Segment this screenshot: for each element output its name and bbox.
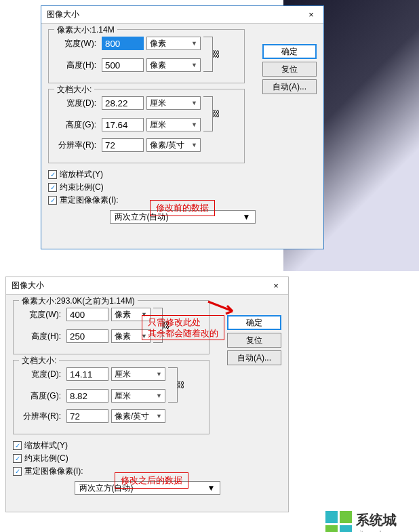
logo-text-sub: xitongcheng.com	[356, 529, 412, 532]
width-unit-select[interactable]: 像素▼	[146, 37, 201, 50]
chevron-down-icon: ▼	[156, 371, 162, 377]
link-bracket: ⛓	[168, 367, 178, 403]
doc-width-input[interactable]	[102, 96, 144, 110]
width-label: 宽度(W):	[54, 38, 96, 49]
chain-icon[interactable]: ⛓	[212, 49, 220, 59]
chevron-down-icon: ▼	[156, 392, 162, 399]
doc-width-label: 宽度(D):	[19, 369, 61, 380]
checkbox-checked-icon: ✓	[48, 183, 57, 192]
resolution-input[interactable]	[102, 138, 144, 152]
chevron-down-icon: ▼	[191, 100, 197, 106]
doc-height-input[interactable]	[66, 389, 108, 403]
height-input[interactable]	[102, 58, 144, 72]
doc-height-label: 高度(G):	[54, 119, 96, 131]
height-label: 高度(H):	[19, 331, 61, 342]
constrain-label: 约束比例(C)	[24, 453, 68, 464]
scale-styles-label: 缩放样式(Y)	[24, 440, 68, 451]
height-unit-select[interactable]: 像素▼	[146, 58, 201, 72]
chevron-down-icon: ▼	[207, 483, 216, 493]
close-button[interactable]: ×	[304, 9, 318, 20]
chain-icon[interactable]: ⛓	[212, 109, 220, 119]
auto-button[interactable]: 自动(A)...	[262, 79, 317, 94]
checkbox-checked-icon: ✓	[13, 454, 22, 463]
width-label: 宽度(W):	[19, 309, 61, 321]
scale-styles-label: 缩放样式(Y)	[60, 169, 103, 180]
resample-label: 重定图像像素(I):	[60, 195, 119, 206]
auto-button[interactable]: 自动(A)...	[227, 350, 281, 365]
doc-width-unit-select[interactable]: 厘米▼	[111, 367, 165, 381]
doc-height-input[interactable]	[102, 118, 144, 131]
chevron-down-icon: ▼	[243, 212, 251, 222]
doc-size-legend: 文档大小:	[54, 84, 94, 96]
dialog-title: 图像大小	[47, 9, 79, 20]
chain-icon[interactable]: ⛓	[177, 380, 185, 390]
resample-label: 重定图像像素(I):	[24, 466, 83, 477]
image-size-dialog-before: 图像大小 × 像素大小:1.14M 宽度(W): 像素▼ 高度(H): 像素▼	[41, 5, 324, 249]
doc-width-unit-select[interactable]: 厘米▼	[146, 96, 201, 110]
link-bracket: ⛓	[203, 96, 213, 131]
doc-size-legend: 文档大小:	[19, 355, 59, 367]
checkbox-checked-icon: ✓	[13, 467, 22, 476]
ok-button[interactable]: 确定	[262, 44, 317, 59]
scale-styles-checkbox-row[interactable]: ✓ 缩放样式(Y)	[13, 440, 281, 451]
red-arrow-icon	[207, 300, 241, 319]
resolution-input[interactable]	[66, 409, 108, 423]
close-button[interactable]: ×	[269, 281, 283, 291]
doc-height-unit-select[interactable]: 厘米▼	[111, 389, 165, 403]
constrain-proportions-checkbox-row[interactable]: ✓ 约束比例(C)	[48, 182, 317, 193]
chevron-down-icon: ▼	[191, 142, 197, 148]
doc-height-unit-select[interactable]: 厘米▼	[146, 118, 201, 131]
pixel-size-legend: 像素大小:293.0K(之前为1.14M)	[19, 295, 138, 307]
doc-width-input[interactable]	[66, 367, 108, 381]
logo-icon	[325, 511, 352, 532]
doc-width-label: 宽度(D):	[54, 98, 96, 109]
pixel-size-legend: 像素大小:1.14M	[54, 24, 117, 36]
titlebar: 图像大小 ×	[6, 277, 288, 295]
constrain-label: 约束比例(C)	[60, 182, 104, 193]
chevron-down-icon: ▼	[191, 62, 197, 68]
chevron-down-icon: ▼	[191, 40, 197, 47]
checkbox-checked-icon: ✓	[48, 170, 57, 179]
resolution-unit-select[interactable]: 像素/英寸▼	[111, 409, 165, 423]
image-size-dialog-after: 图像大小 × 像素大小:293.0K(之前为1.14M) 宽度(W): 像素▼ …	[5, 277, 289, 512]
site-logo: 系统城 xitongcheng.com	[325, 511, 412, 532]
annotation-before: 修改前的数据	[150, 200, 215, 216]
checkbox-checked-icon: ✓	[48, 196, 57, 205]
resolution-label: 分辨率(R):	[19, 411, 61, 422]
checkbox-checked-icon: ✓	[13, 441, 22, 450]
reset-button[interactable]: 复位	[227, 333, 281, 348]
chevron-down-icon: ▼	[156, 413, 162, 420]
constrain-proportions-checkbox-row[interactable]: ✓ 约束比例(C)	[13, 453, 281, 464]
reset-button[interactable]: 复位	[262, 62, 317, 77]
height-input[interactable]	[66, 329, 108, 343]
scale-styles-checkbox-row[interactable]: ✓ 缩放样式(Y)	[48, 169, 317, 180]
resolution-unit-select[interactable]: 像素/英寸▼	[146, 138, 201, 152]
doc-height-label: 高度(G):	[19, 390, 61, 402]
link-bracket: ⛓	[203, 37, 213, 72]
height-label: 高度(H):	[54, 60, 96, 71]
chevron-down-icon: ▼	[191, 121, 197, 128]
logo-text-main: 系统城	[356, 511, 412, 529]
width-input[interactable]	[102, 37, 144, 50]
resolution-label: 分辨率(R):	[54, 140, 96, 151]
titlebar: 图像大小 ×	[41, 6, 323, 24]
dialog-title: 图像大小	[12, 280, 44, 291]
annotation-after: 修改之后的数据	[115, 472, 188, 489]
width-input[interactable]	[66, 308, 108, 321]
